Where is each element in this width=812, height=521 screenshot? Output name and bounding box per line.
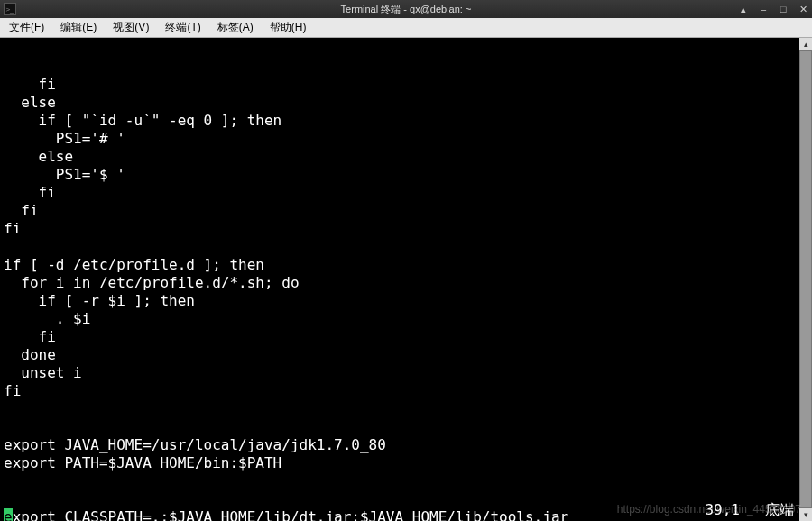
terminal-line: PS1='# ': [4, 130, 808, 148]
scrollbar[interactable]: ▴ ▾: [799, 38, 812, 521]
scroll-thumb[interactable]: [799, 50, 812, 508]
menu-edit[interactable]: 编辑(E): [57, 18, 100, 37]
rollup-button[interactable]: ▴: [738, 4, 749, 15]
minimize-button[interactable]: –: [758, 4, 769, 15]
window-title: Terminal 终端 - qx@debian: ~: [341, 3, 472, 16]
terminal-line: fi: [4, 328, 808, 346]
vim-status-label: 底端: [765, 501, 794, 519]
terminal-line: export JAVA_HOME=/usr/local/java/jdk1.7.…: [4, 436, 808, 454]
terminal-app-icon: >_: [4, 3, 16, 15]
menu-tabs[interactable]: 标签(A): [214, 18, 257, 37]
maximize-button[interactable]: □: [778, 4, 789, 15]
terminal-line: . $i: [4, 310, 808, 328]
terminal-cursor: e: [4, 508, 13, 521]
menu-help[interactable]: 帮助(H): [266, 18, 310, 37]
terminal-line: fi: [4, 220, 808, 238]
menu-view[interactable]: 视图(V): [109, 18, 152, 37]
close-button[interactable]: ✕: [798, 4, 808, 15]
terminal-line: unset i: [4, 364, 808, 382]
titlebar: >_ Terminal 终端 - qx@debian: ~ ▴ – □ ✕: [0, 0, 812, 18]
menubar: 文件(F) 编辑(E) 视图(V) 终端(T) 标签(A) 帮助(H): [0, 18, 812, 38]
vim-position: 39,1: [705, 501, 740, 519]
terminal-line: for i in /etc/profile.d/*.sh; do: [4, 274, 808, 292]
window-controls: ▴ – □ ✕: [738, 4, 808, 15]
terminal-line: done: [4, 346, 808, 364]
terminal-line: PS1='$ ': [4, 166, 808, 184]
terminal-line: if [ -d /etc/profile.d ]; then: [4, 256, 808, 274]
terminal-line: if [ -r $i ]; then: [4, 292, 808, 310]
scroll-up-button[interactable]: ▴: [799, 38, 812, 50]
terminal-last-line: export CLASSPATH=.:$JAVA_HOME/lib/dt.jar…: [4, 508, 808, 521]
terminal-line: [4, 238, 808, 256]
terminal-line: fi: [4, 202, 808, 220]
terminal-line: [4, 400, 808, 418]
terminal-line: else: [4, 148, 808, 166]
terminal-line: if [ "`id -u`" -eq 0 ]; then: [4, 112, 808, 130]
scroll-down-button[interactable]: ▾: [799, 508, 812, 521]
terminal-text: fi else if [ "`id -u`" -eq 0 ]; then PS1…: [4, 76, 808, 472]
terminal-viewport[interactable]: fi else if [ "`id -u`" -eq 0 ]; then PS1…: [0, 38, 812, 521]
terminal-line: [4, 418, 808, 436]
terminal-line: fi: [4, 382, 808, 400]
terminal-line: fi: [4, 76, 808, 94]
menu-terminal[interactable]: 终端(T): [161, 18, 204, 37]
menu-file[interactable]: 文件(F): [5, 18, 48, 37]
terminal-line: fi: [4, 184, 808, 202]
terminal-line: else: [4, 94, 808, 112]
terminal-line: export PATH=$JAVA_HOME/bin:$PATH: [4, 454, 808, 472]
